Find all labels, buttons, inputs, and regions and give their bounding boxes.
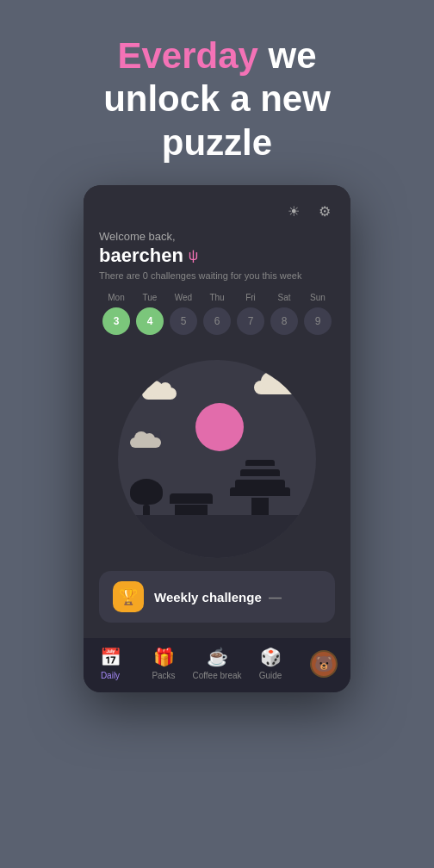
day-col-sun[interactable]: Sun 9 — [304, 293, 332, 335]
cloud-3 — [130, 437, 161, 448]
gazebo-roof — [170, 493, 213, 504]
coffee-label: Coffee break — [192, 671, 241, 680]
pagoda-roof-4 — [245, 460, 275, 466]
illustration-area — [84, 347, 350, 571]
bonsai-tree — [130, 479, 163, 520]
day-label-thu: Thu — [209, 293, 224, 302]
headline: Everday we unlock a new puzzle — [103, 34, 331, 164]
avatar[interactable]: 🐻 — [310, 650, 338, 678]
guide-icon: 🎲 — [260, 647, 282, 667]
day-circle-tue[interactable]: 4 — [136, 307, 164, 335]
packs-label: Packs — [152, 671, 175, 680]
card-header: ☀ ⚙ Welcome back, baerchen ψ There are 0… — [84, 185, 350, 347]
username-text: baerchen — [99, 245, 183, 267]
bonsai-canopy — [130, 479, 163, 505]
gear-icon[interactable]: ⚙ — [314, 201, 335, 221]
day-col-wed[interactable]: Wed 5 — [170, 293, 197, 335]
pagoda — [230, 456, 290, 524]
scene-circle — [118, 360, 316, 558]
pagoda-roof-1 — [230, 487, 290, 496]
day-col-thu[interactable]: Thu 6 — [203, 293, 231, 335]
daily-icon: 📅 — [100, 647, 121, 667]
cloud-2 — [254, 381, 297, 394]
packs-icon: 🎁 — [153, 647, 175, 667]
trophy-icon: 🏆 — [113, 581, 144, 612]
sun-icon[interactable]: ☀ — [283, 201, 304, 221]
weekly-challenge-bar[interactable]: 🏆 Weekly challenge — — [99, 571, 335, 623]
daily-label: Daily — [101, 671, 120, 680]
nav-item-daily[interactable]: 📅 Daily — [84, 647, 136, 680]
nav-item-packs[interactable]: 🎁 Packs — [138, 647, 189, 680]
ground — [118, 515, 316, 558]
phone-card: ☀ ⚙ Welcome back, baerchen ψ There are 0… — [84, 185, 350, 692]
username-emoji: ψ — [189, 248, 198, 264]
nav-item-coffee[interactable]: ☕ Coffee break — [191, 647, 243, 680]
day-col-fri[interactable]: Fri 7 — [237, 293, 264, 335]
day-circle-sat[interactable]: 8 — [270, 307, 298, 335]
nav-item-guide[interactable]: 🎲 Guide — [245, 647, 296, 680]
nav-item-avatar[interactable]: 🐻 — [298, 650, 350, 678]
day-label-tue: Tue — [143, 293, 158, 302]
bottom-nav: 📅 Daily 🎁 Packs ☕ Coffee break 🎲 Guide 🐻 — [84, 638, 350, 692]
challenge-subtitle: There are 0 challenges waiting for you t… — [99, 270, 335, 281]
headline-highlight: Everday — [117, 35, 257, 76]
pagoda-roof-2 — [235, 480, 285, 487]
card-header-icons: ☀ ⚙ — [99, 201, 335, 221]
day-label-fri: Fri — [245, 293, 256, 302]
day-circle-wed[interactable]: 5 — [170, 307, 197, 335]
day-circle-thu[interactable]: 6 — [203, 307, 231, 335]
cloud-1 — [142, 388, 177, 400]
username-row: baerchen ψ — [99, 245, 335, 267]
day-label-mon: Mon — [108, 293, 124, 302]
day-circle-mon[interactable]: 3 — [102, 307, 130, 335]
day-col-mon[interactable]: Mon 3 — [102, 293, 130, 335]
day-label-wed: Wed — [175, 293, 192, 302]
day-circle-fri[interactable]: 7 — [237, 307, 264, 335]
moon-decoration — [195, 403, 244, 451]
day-label-sun: Sun — [310, 293, 326, 302]
day-label-sat: Sat — [277, 293, 290, 302]
app-header: Everday we unlock a new puzzle — [78, 0, 356, 185]
day-circle-sun[interactable]: 9 — [304, 307, 332, 335]
day-col-tue[interactable]: Tue 4 — [136, 293, 164, 335]
days-row: Mon 3 Tue 4 Wed 5 Thu 6 Fri 7 — [99, 293, 335, 335]
coffee-icon: ☕ — [207, 647, 228, 667]
pagoda-roof-3 — [240, 469, 280, 476]
weekly-challenge-label: Weekly challenge — — [154, 590, 282, 604]
welcome-label: Welcome back, — [99, 230, 335, 243]
day-col-sat[interactable]: Sat 8 — [270, 293, 298, 335]
guide-label: Guide — [259, 671, 282, 680]
